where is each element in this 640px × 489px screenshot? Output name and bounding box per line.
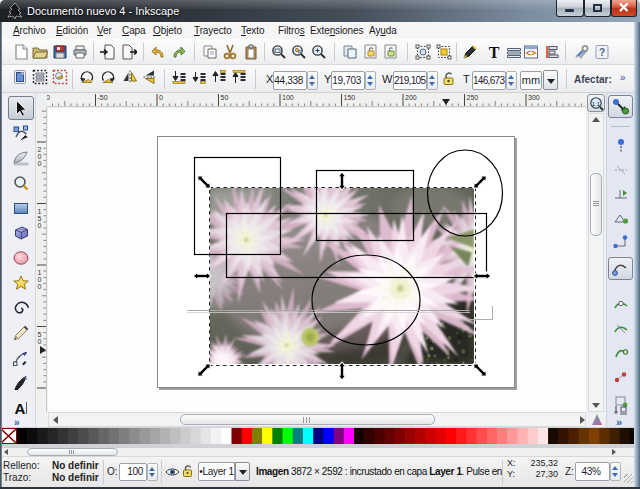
svg-text:1:1: 1:1: [592, 101, 601, 107]
svg-text:A: A: [15, 400, 26, 416]
